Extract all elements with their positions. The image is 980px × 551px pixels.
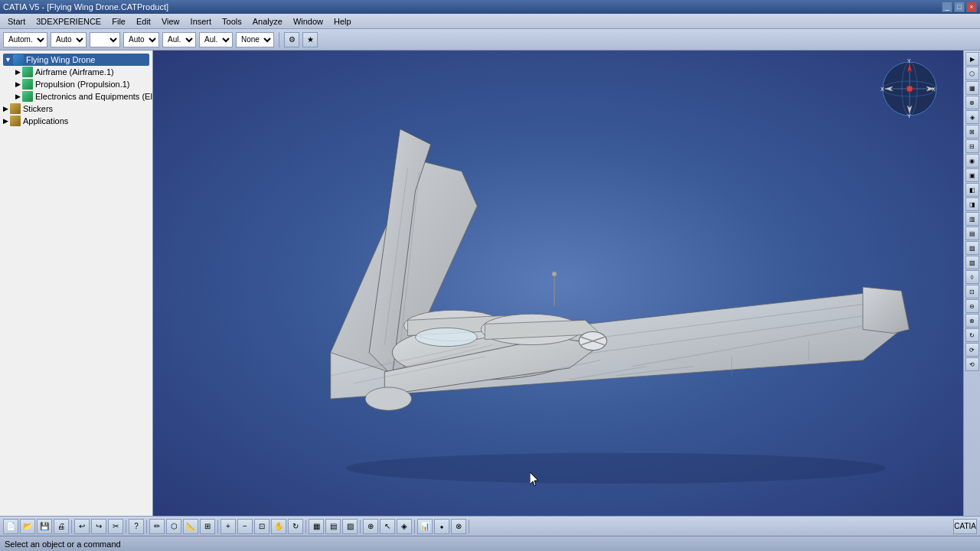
bt-select[interactable]: ↖: [380, 519, 395, 534]
menu-start[interactable]: Start: [3, 15, 30, 28]
expand-icon-airframe: ▶: [15, 68, 21, 76]
menu-analyze[interactable]: Analyze: [248, 15, 287, 28]
bt-3d[interactable]: ⬡: [166, 519, 181, 534]
rt-btn-10[interactable]: ◧: [965, 183, 979, 197]
maximize-button[interactable]: □: [954, 2, 965, 12]
tree-item-electronics[interactable]: ▶ Electronics and Equipments (Electronic…: [3, 90, 149, 103]
bt-zoom-in[interactable]: +: [220, 519, 236, 534]
icon-product-root: [13, 54, 24, 65]
bt-save[interactable]: 💾: [37, 519, 52, 534]
select-none[interactable]: None: [236, 32, 274, 47]
status-bar: Select an object or a command: [0, 536, 980, 551]
tree-item-applications[interactable]: ▶ Applications: [3, 115, 149, 127]
rt-btn-5[interactable]: ◈: [965, 110, 979, 124]
bt-section[interactable]: ⊞: [200, 519, 215, 534]
select-auto1[interactable]: Auto: [51, 32, 87, 47]
bt-filter[interactable]: ◈: [397, 519, 412, 534]
rt-btn-19[interactable]: ⊗: [965, 314, 979, 328]
svg-text:X: X: [932, 86, 936, 92]
menu-tools[interactable]: Tools: [217, 15, 247, 28]
tree-label-electronics: Electronics and Equipments (Electronics …: [35, 92, 153, 101]
bt-redo[interactable]: ↪: [91, 519, 106, 534]
close-button[interactable]: ×: [966, 2, 977, 12]
bt-sketch[interactable]: ✏: [149, 519, 165, 534]
bt-catia-logo: CATIA: [953, 519, 977, 534]
tree-item-airframe[interactable]: ▶ Airframe (Airframe.1): [3, 66, 149, 78]
bt-wireframe[interactable]: ▤: [325, 519, 341, 534]
select-snap-type[interactable]: Autom.: [3, 32, 47, 47]
rt-btn-4[interactable]: ⊕: [965, 96, 979, 109]
bt-print[interactable]: 🖨: [54, 519, 69, 534]
rt-btn-22[interactable]: ⟲: [965, 357, 979, 371]
select-auto2[interactable]: Auto: [123, 32, 159, 47]
bt-rotate[interactable]: ↻: [288, 519, 303, 534]
rt-btn-7[interactable]: ⊟: [965, 139, 979, 153]
rt-btn-2[interactable]: ⬡: [965, 67, 979, 80]
rt-btn-13[interactable]: ▤: [965, 227, 979, 240]
rt-btn-20[interactable]: ↻: [965, 328, 979, 342]
bt-cut[interactable]: ✂: [108, 519, 123, 534]
bt-snap[interactable]: ⊕: [363, 519, 378, 534]
rt-btn-6[interactable]: ⊞: [965, 125, 979, 139]
menu-file[interactable]: File: [107, 15, 130, 28]
compass-widget[interactable]: Y Y X X: [879, 58, 940, 119]
bt-sep2: [126, 520, 126, 533]
bt-pan[interactable]: ✋: [271, 519, 286, 534]
select-blank[interactable]: [90, 32, 120, 47]
rt-btn-1[interactable]: ▶: [965, 52, 979, 66]
tree-label-applications: Applications: [23, 116, 68, 126]
rt-btn-14[interactable]: ▧: [965, 241, 979, 255]
bt-constraint[interactable]: ⊗: [451, 519, 466, 534]
rt-btn-21[interactable]: ⟳: [965, 343, 979, 357]
bt-fit[interactable]: ⊡: [254, 519, 270, 534]
select-aul1[interactable]: Aul.: [162, 32, 196, 47]
rt-btn-12[interactable]: ▥: [965, 212, 979, 226]
bt-material[interactable]: ⬥: [434, 519, 449, 534]
rt-btn-11[interactable]: ◨: [965, 197, 979, 211]
minimize-button[interactable]: _: [942, 2, 952, 12]
menu-view[interactable]: View: [157, 15, 185, 28]
bt-undo[interactable]: ↩: [74, 519, 90, 534]
bt-zoom-out[interactable]: −: [237, 519, 253, 534]
window-controls[interactable]: _ □ ×: [942, 2, 977, 12]
bt-open[interactable]: 📂: [20, 519, 35, 534]
icon-folder-stickers: [10, 103, 21, 114]
rt-btn-18[interactable]: ⊖: [965, 299, 979, 313]
tree-item-root[interactable]: ▼ Flying Wing Drone: [3, 54, 149, 66]
status-text: Select an object or a command: [5, 540, 121, 549]
model-tree: ▼ Flying Wing Drone ▶ Airframe (Airframe…: [0, 51, 153, 516]
bt-measure[interactable]: 📐: [183, 519, 198, 534]
bt-sep1: [71, 520, 72, 533]
rt-btn-15[interactable]: ▨: [965, 256, 979, 269]
menu-window[interactable]: Window: [289, 15, 328, 28]
menu-help[interactable]: Help: [329, 15, 356, 28]
model-canvas: [153, 51, 963, 516]
tree-item-propulsion[interactable]: ▶ Propulsion (Propulsion.1): [3, 78, 149, 90]
rt-btn-8[interactable]: ◉: [965, 154, 979, 168]
rt-btn-3[interactable]: ▦: [965, 81, 979, 95]
rt-btn-17[interactable]: ⊡: [965, 285, 979, 298]
bt-analysis[interactable]: 📊: [417, 519, 433, 534]
bt-shading[interactable]: ▦: [309, 519, 324, 534]
svg-point-27: [552, 272, 557, 276]
menu-insert[interactable]: Insert: [186, 15, 217, 28]
3d-viewport[interactable]: Y Y X X: [153, 51, 963, 516]
select-aul2[interactable]: Aul.: [199, 32, 233, 47]
toolbar-btn-settings[interactable]: ⚙: [284, 32, 299, 47]
menu-edit[interactable]: Edit: [132, 15, 155, 28]
rt-btn-16[interactable]: ◊: [965, 270, 979, 284]
svg-marker-6: [863, 287, 909, 333]
icon-part-electronics: [22, 91, 33, 102]
menu-3dexperience[interactable]: 3DEXPERIENCE: [31, 15, 106, 28]
toolbar-btn-star[interactable]: ★: [302, 32, 318, 47]
rt-btn-9[interactable]: ▣: [965, 168, 979, 182]
expand-icon-propulsion: ▶: [15, 80, 21, 88]
bt-hidden[interactable]: ▨: [342, 519, 358, 534]
tree-item-stickers[interactable]: ▶ Stickers: [3, 103, 149, 115]
expand-icon-stickers: ▶: [3, 105, 8, 112]
svg-point-31: [346, 453, 886, 484]
bt-help[interactable]: ?: [129, 519, 144, 534]
tree-label-stickers: Stickers: [23, 104, 53, 113]
svg-text:Y: Y: [907, 58, 911, 64]
bt-new[interactable]: 📄: [3, 519, 18, 534]
